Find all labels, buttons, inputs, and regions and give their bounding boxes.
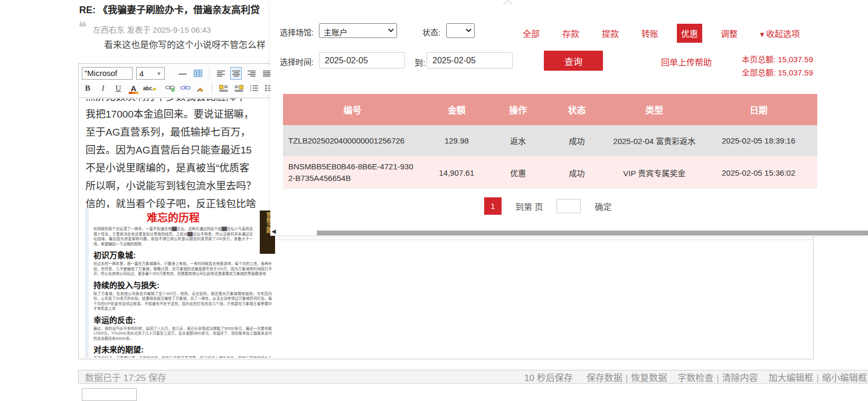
separator: |: [817, 373, 819, 383]
align-right-button[interactable]: [246, 67, 257, 80]
quote-text: 看来这也是你写的这个小说呀不管怎么样: [104, 37, 266, 51]
statusbar-actions: 10 秒后保存 保存数据|恢复数据字数检查|清除内容加大编辑框|缩小编辑框: [524, 370, 867, 384]
image-right-icon: [234, 85, 243, 92]
column-header-5: 类型: [609, 103, 700, 116]
unlink-button[interactable]: [180, 82, 191, 94]
table-body: TZLB2025020400000001256726129.98返水成功2025…: [283, 125, 817, 189]
date-from-input[interactable]: [319, 52, 405, 69]
collapse-label: 收起选项: [766, 30, 800, 39]
chevron-down-icon: ▼: [156, 71, 162, 77]
article-section-body-2: 除了万象城，在其他公司我总共输掉了至少300万，然而，无论如何，我还是对万象城情…: [93, 291, 272, 311]
font-family-select[interactable]: "Microsof: [82, 67, 133, 80]
font-color-button[interactable]: A: [128, 82, 139, 94]
column-header-1: 编号: [283, 103, 422, 116]
date-to-input[interactable]: [427, 52, 513, 69]
autosave-countdown: 10 秒后保存: [524, 370, 573, 384]
insert-link-button[interactable]: [164, 82, 176, 94]
action-保存数据[interactable]: 保存数据: [587, 373, 622, 383]
chevron-down-icon: [466, 28, 471, 32]
time-label: 选择时间:: [280, 56, 314, 67]
broom-icon: [196, 84, 205, 92]
venue-label: 选择场馆:: [280, 26, 314, 37]
table-row: BNSMBB5EB0B46-8B6E-4721-9302-B735A456654…: [283, 156, 817, 189]
tab-存款[interactable]: 存款: [562, 27, 579, 40]
action-加大编辑框[interactable]: 加大编辑框: [769, 373, 814, 383]
cell: BNSMBB5EB0B46-8B6E-4721-9302-B735A456654…: [283, 156, 422, 189]
cell: 2025-02-04 富贵彩返水: [609, 135, 700, 146]
cell: 成功: [545, 167, 609, 178]
confirm-button[interactable]: 确定: [595, 200, 611, 213]
column-header-2: 金额: [422, 103, 492, 116]
page-title: RE: 《我骗妻子刷脸办卡，借遍亲友高利贷: [79, 2, 260, 16]
action-清除内容[interactable]: 清除内容: [722, 373, 758, 383]
filter-tabs: 全部存款提款转账优惠调整: [523, 27, 738, 40]
clipped-bottom-button[interactable]: [82, 388, 137, 401]
bold-button[interactable]: B: [82, 82, 93, 94]
status-label: 状态:: [422, 26, 440, 37]
receipt-upload-help-link[interactable]: 回单上传帮助: [661, 55, 712, 68]
autosave-status: 数据已于 17:25 保存: [85, 370, 166, 384]
article-intro: 在网络的某个论坛混了一两年，一直不知道还有██论坛，这两天通过网友介绍██论坛人…: [93, 226, 253, 246]
image-left-icon: [219, 85, 228, 92]
separator: |: [626, 373, 628, 383]
goto-page-input[interactable]: [556, 199, 581, 213]
cell: 优惠: [492, 167, 545, 178]
action-字数检查[interactable]: 字数检查: [677, 373, 713, 383]
collapse-options-link[interactable]: ▼收起选项: [759, 27, 800, 40]
article-section-body-1: 在过去的一两年里，我一直在万象城娱乐，只要身上有钱，一有时间就会去他家游戏，每个…: [93, 261, 272, 276]
image-align-right-button[interactable]: [233, 82, 244, 94]
spellcheck-button[interactable]: abc: [143, 82, 157, 94]
horizontal-rule-button[interactable]: —: [177, 67, 188, 80]
tab-全部[interactable]: 全部: [523, 27, 540, 40]
quote-meta: 左西右东 发表于 2025-9-15 06:43: [93, 24, 211, 35]
page-1-button[interactable]: 1: [484, 197, 502, 215]
cell: TZLB2025020400000001256726: [283, 130, 422, 151]
broken-link-icon: [181, 84, 191, 92]
article-section-heading-1: 初识万象城:: [93, 249, 272, 260]
cell: 129.98: [422, 136, 492, 145]
pagination: 1 到第 页 确定: [484, 197, 611, 215]
tab-转账[interactable]: 转账: [641, 27, 658, 40]
article-sections: 初识万象城:在过去的一两年里，我一直在万象城娱乐，只要身上有钱，一有时间就会去他…: [93, 249, 272, 358]
image-align-left-button[interactable]: [218, 82, 229, 94]
quote-icon: ❝: [78, 18, 87, 36]
svg-text:3: 3: [250, 90, 251, 92]
panel-notch-icon: [503, 0, 513, 5]
action-缩小编辑框[interactable]: 缩小编辑框: [822, 373, 867, 383]
align-right-icon: [248, 70, 256, 77]
font-size-select[interactable]: 4▼: [136, 67, 165, 80]
horizontal-scrollbar[interactable]: [317, 231, 868, 235]
align-left-button[interactable]: [215, 67, 227, 80]
search-button[interactable]: 查询: [544, 51, 603, 71]
triangle-down-icon: ▼: [759, 31, 766, 39]
pencil-icon: [152, 85, 157, 91]
align-center-button[interactable]: [230, 67, 242, 80]
article-title: 难忘的历程: [93, 209, 253, 225]
article-section-body-4: 发这个帖子，只是想分享一下我的经历，别的与否都不再重要，我已经进入佛系状态，保持…: [93, 356, 272, 358]
action-恢复数据[interactable]: 恢复数据: [631, 373, 667, 383]
link-icon: [165, 84, 175, 92]
separator: |: [716, 373, 719, 383]
underline-button[interactable]: U: [112, 82, 124, 94]
venue-select[interactable]: 主账户: [319, 23, 397, 38]
table-row: TZLB2025020400000001256726129.98返水成功2025…: [283, 125, 817, 156]
statusbar-action-links: 保存数据|恢复数据字数检查|清除内容加大编辑框|缩小编辑框: [576, 370, 867, 384]
totals: 本页总额: 15,037.59 全部总额: 15,037.59: [742, 53, 813, 79]
collapse-left-arrow-icon[interactable]: ◀: [271, 228, 276, 235]
remove-format-button[interactable]: [195, 82, 206, 94]
insert-table-button[interactable]: [192, 67, 204, 80]
article-section-heading-4: 对未来的期望:: [93, 343, 272, 355]
tab-调整[interactable]: 调整: [721, 27, 738, 40]
tab-优惠[interactable]: 优惠: [677, 24, 702, 43]
embedded-article-image[interactable]: 难忘的历程 梦想之路 在网络的某个论坛混了一两年，一直不知道还有██论坛，这两天…: [85, 208, 275, 358]
column-header-6: 日期: [700, 103, 817, 116]
status-select[interactable]: [446, 23, 475, 38]
table-icon: [194, 70, 202, 77]
cell: VIP 贵宾专属奖金: [609, 167, 700, 178]
tab-提款[interactable]: 提款: [602, 27, 619, 40]
italic-button[interactable]: I: [97, 82, 109, 94]
cell: 2025-02-05 15:36:02: [700, 168, 817, 177]
transactions-panel: 选择场馆: 主账户 状态: 全部存款提款转账优惠调整 ▼收起选项 选择时间: 到…: [270, 0, 868, 236]
all-total: 全部总额: 15,037.59: [742, 66, 813, 79]
ordered-list-button[interactable]: 123: [248, 82, 260, 94]
